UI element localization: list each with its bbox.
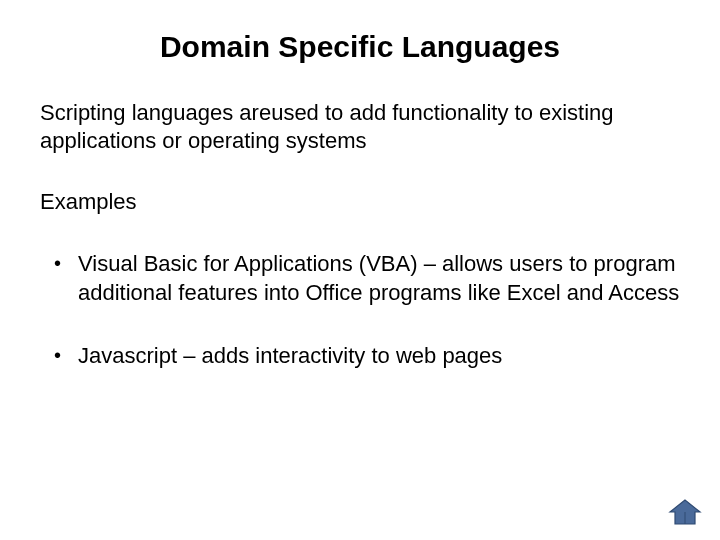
intro-paragraph: Scripting languages areused to add funct… — [40, 99, 680, 154]
slide-title: Domain Specific Languages — [40, 30, 680, 64]
list-item: Visual Basic for Applications (VBA) – al… — [40, 250, 680, 307]
examples-heading: Examples — [40, 189, 680, 215]
bullet-list: Visual Basic for Applications (VBA) – al… — [40, 250, 680, 371]
slide-content: Domain Specific Languages Scripting lang… — [0, 0, 720, 426]
list-item: Javascript – adds interactivity to web p… — [40, 342, 680, 371]
home-icon[interactable] — [668, 498, 702, 526]
